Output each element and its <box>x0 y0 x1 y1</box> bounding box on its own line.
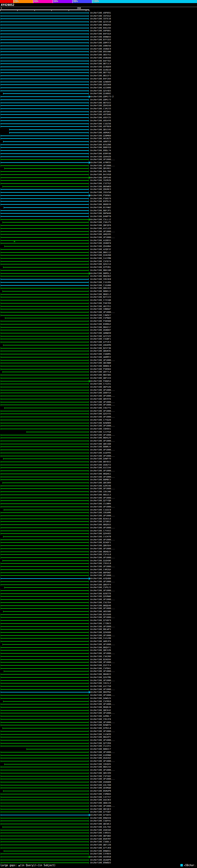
hit-label[interactable]: UniRef100_C5G7D4 <box>90 601 111 604</box>
alignment-bar[interactable] <box>1 145 88 145</box>
alignment-bar[interactable] <box>1 147 88 148</box>
alignment-row[interactable]: UniRef100_UP1000... <box>0 389 197 392</box>
hit-label[interactable]: UniRef100_B4G194 <box>90 27 111 30</box>
hit-label[interactable]: UniRef100_Q9Y7L8 <box>90 370 111 373</box>
alignment-row[interactable]: UniRef100_A1DFM3 <box>0 452 197 455</box>
alignment-bar[interactable] <box>2 560 88 561</box>
alignment-row[interactable]: UniRef100_B4F284 <box>0 77 197 81</box>
hit-label[interactable]: UniRef100_C7YQ28 <box>90 418 111 422</box>
alignment-row[interactable]: UniRef100_UP1000... <box>0 469 197 472</box>
alignment-bar[interactable] <box>1 159 88 160</box>
hit-label[interactable]: UniRef100_B6HDZ4 <box>90 550 111 553</box>
alignment-bar[interactable] <box>1 446 88 447</box>
alignment-bar[interactable] <box>1 195 88 196</box>
hit-label[interactable]: UniRef100_UP1000... <box>90 661 115 664</box>
hit-label[interactable]: UniRef100_B6SIF3 <box>90 74 111 77</box>
alignment-bar[interactable] <box>1 545 88 546</box>
alignment-bar[interactable] <box>1 96 88 97</box>
alignment-row[interactable]: UniRef100_Q0UYF4 <box>0 583 197 586</box>
hit-label[interactable]: UniRef100_A2ZAR6 <box>90 86 111 89</box>
hit-label[interactable]: UniRef100_Q0UK95 <box>90 349 111 352</box>
alignment-row[interactable]: UniRef100_UP1000... <box>0 616 197 619</box>
hit-label[interactable]: UniRef100_C7Z1Q8 <box>90 299 111 302</box>
alignment-row[interactable]: UniRef100_B8FJP1 <box>0 209 197 212</box>
alignment-row[interactable]: UniRef100_UP1000... <box>0 424 197 427</box>
alignment-row[interactable]: UniRef100_A5BQC9 <box>0 48 197 51</box>
alignment-bar[interactable] <box>1 477 88 477</box>
alignment-row[interactable]: UniRef100_A9P891 <box>0 11 197 14</box>
alignment-row[interactable]: UniRef100_A1D9N8 <box>0 754 197 757</box>
hit-label[interactable]: UniRef100_B8M5L1 <box>90 272 111 275</box>
alignment-row[interactable]: UniRef100_A7F2E3 <box>0 341 197 344</box>
hit-label[interactable]: UniRef100_UP1000... <box>90 751 115 754</box>
hit-label[interactable]: UniRef100_C5PGJ3 <box>90 586 111 589</box>
hit-label[interactable]: UniRef100_C4JW39 <box>90 733 111 736</box>
hit-label[interactable]: UniRef100_Q9M7C9 <box>90 41 111 44</box>
alignment-row[interactable]: UniRef100_Q2H403 <box>0 532 197 535</box>
hit-label[interactable]: UniRef100_A6MUK2 <box>90 131 111 134</box>
alignment-bar[interactable] <box>1 234 88 235</box>
alignment-row[interactable]: UniRef100_B0XPN4 <box>0 691 197 694</box>
hit-label[interactable]: UniRef100_C4R2Q4 <box>90 568 111 571</box>
alignment-bar[interactable] <box>1 282 88 283</box>
alignment-row[interactable]: UniRef100_C0NKW7 <box>0 308 197 311</box>
alignment-bar[interactable] <box>1 420 88 420</box>
alignment-row[interactable]: UniRef100_Q0V1R9 <box>0 772 197 775</box>
alignment-row[interactable]: UniRef100_UP1000... <box>0 607 197 610</box>
hit-label[interactable]: UniRef100_Q1E7C4 <box>90 664 111 667</box>
alignment-bar[interactable] <box>1 752 88 752</box>
hit-label[interactable]: UniRef100_C5FMS9 <box>90 700 111 703</box>
alignment-bar[interactable] <box>2 372 88 372</box>
alignment-row[interactable]: UniRef100_UP1000... <box>0 574 197 577</box>
alignment-bar[interactable] <box>4 168 88 169</box>
hit-label[interactable]: UniRef100_Q7RVL8 <box>90 727 111 730</box>
alignment-row[interactable]: UniRef100_UP1000... <box>0 547 197 550</box>
hit-label[interactable]: UniRef100_B2W9B9 <box>90 422 111 425</box>
alignment-row[interactable]: UniRef100_P38984 <box>0 368 197 371</box>
hit-label[interactable]: UniRef100_B2B3T6 <box>90 592 111 595</box>
hit-label[interactable]: UniRef100_B6K112 <box>90 251 111 254</box>
alignment-bar[interactable] <box>1 779 88 779</box>
alignment-bar[interactable] <box>1 327 88 328</box>
alignment-row[interactable]: UniRef100_B8NRJ4 <box>0 445 197 448</box>
alignment-row[interactable]: UniRef100_UP1000... <box>0 236 197 239</box>
alignment-bar[interactable] <box>1 102 88 103</box>
alignment-bar[interactable] <box>1 351 88 351</box>
alignment-bar[interactable] <box>1 162 88 163</box>
hit-label[interactable]: UniRef100_UP1000... <box>90 643 115 646</box>
alignment-row[interactable]: UniRef100_B7FID3 <box>0 38 197 41</box>
hit-label[interactable]: UniRef100_B6H8V3 <box>90 673 111 676</box>
alignment-row[interactable]: UniRef100_UP1000... <box>0 311 197 314</box>
hit-label[interactable]: UniRef100_C1GUB6 <box>90 284 111 287</box>
alignment-row[interactable]: UniRef100_Q10QU9 <box>0 65 197 68</box>
alignment-bar[interactable] <box>1 767 88 767</box>
alignment-bar[interactable] <box>1 112 88 112</box>
hit-label[interactable]: UniRef100_C8VQX5 <box>90 763 111 766</box>
alignment-bar[interactable] <box>1 19 88 19</box>
hit-label[interactable]: UniRef100_UP1000... <box>90 403 115 406</box>
alignment-bar[interactable] <box>1 608 88 609</box>
hit-label[interactable]: UniRef100_C0S3E0 <box>90 278 111 281</box>
alignment-bar[interactable] <box>1 108 88 109</box>
hit-label[interactable]: UniRef100_C5DDL1 <box>90 840 111 843</box>
alignment-row[interactable]: UniRef100_B4FTD2 <box>0 59 197 63</box>
alignment-bar[interactable] <box>1 42 88 43</box>
alignment-row[interactable]: UniRef100_Q59RQ8 <box>0 786 197 789</box>
alignment-row[interactable]: UniRef100_C6ZRZ8 <box>0 179 197 182</box>
alignment-bar[interactable] <box>1 249 88 250</box>
hit-label[interactable]: UniRef100_B4L760 <box>90 170 111 173</box>
alignment-bar[interactable] <box>1 548 88 549</box>
hit-label[interactable]: UniRef100_B8MBC5 <box>90 478 111 481</box>
alignment-bar[interactable] <box>1 635 88 636</box>
alignment-row[interactable]: UniRef100_A8NWV0 <box>0 332 197 335</box>
alignment-row[interactable]: UniRef100_A1CL63 <box>0 227 197 230</box>
hit-label[interactable]: UniRef100_UP1000... <box>90 230 115 233</box>
alignment-row[interactable]: UniRef100_Q0CXZ6 <box>0 649 197 652</box>
alignment-bar[interactable] <box>1 824 88 824</box>
alignment-bar[interactable] <box>1 16 88 16</box>
hit-label[interactable]: UniRef100_C5FD74 <box>90 260 111 263</box>
hit-label[interactable]: UniRef100_UP1000... <box>90 730 115 733</box>
hit-label[interactable]: UniRef100_C9SVL0 <box>90 562 111 565</box>
hit-label[interactable]: UniRef100_P38984 <box>90 368 111 371</box>
alignment-bar[interactable] <box>1 812 88 812</box>
